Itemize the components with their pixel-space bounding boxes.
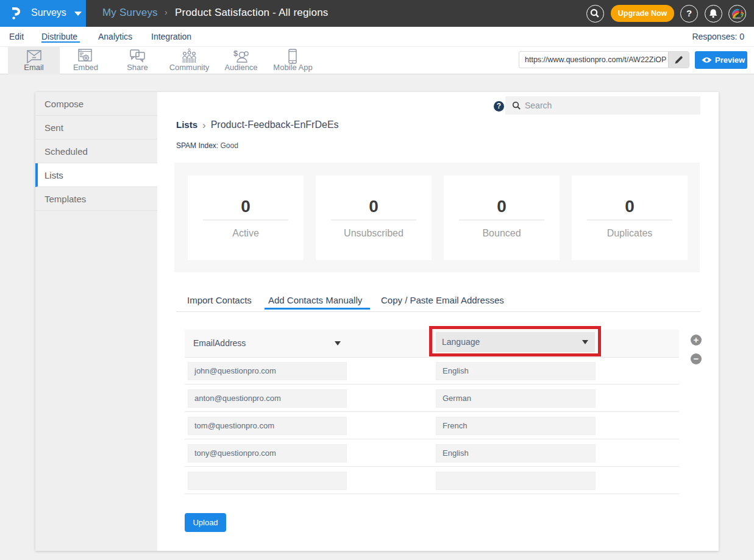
svg-text:$: $ <box>233 49 238 58</box>
